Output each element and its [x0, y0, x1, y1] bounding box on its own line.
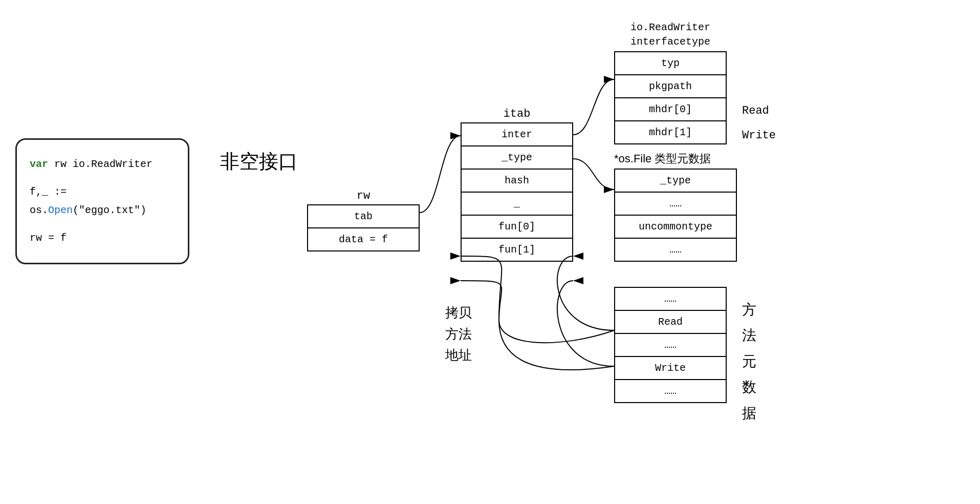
- ioreader-row-mhdr0: mhdr[0]: [615, 98, 726, 121]
- itab-label: itab: [461, 108, 573, 120]
- ioreader-struct-box: typ pkgpath mhdr[0] mhdr[1]: [614, 51, 727, 144]
- ioreader-row-typ: typ: [615, 52, 726, 75]
- code-line2: f,_ := os.Open("eggo.txt"): [30, 183, 175, 220]
- itab-row-underscore: _: [462, 193, 572, 216]
- label-feikongjiekou: 非空接口: [220, 149, 298, 175]
- itab-row-fun1: fun[1]: [462, 239, 572, 261]
- osfile-row-dots1: ……: [615, 193, 736, 216]
- code-func-open: Open: [48, 204, 73, 216]
- method-box-container: …… Read …… Write ……: [614, 287, 727, 403]
- osfile-row-type: _type: [615, 170, 736, 193]
- write-label: Write: [742, 123, 776, 148]
- osfile-row-uncommon: uncommontype: [615, 216, 736, 239]
- method-row-write: Write: [615, 357, 726, 380]
- code-line1-rest: rw io.ReadWriter: [48, 158, 153, 170]
- rw-label: rw: [307, 190, 420, 202]
- ioreader-row-pkgpath: pkgpath: [615, 75, 726, 98]
- rw-row-data: data = f: [308, 228, 419, 250]
- method-row-dots1: ……: [615, 288, 726, 311]
- rw-box-container: rw tab data = f: [307, 190, 420, 251]
- code-keyword-var: var: [30, 158, 48, 170]
- label-fangfa-meta: 方法元数据: [742, 297, 756, 426]
- itab-row-hash: hash: [462, 170, 572, 193]
- method-row-dots2: ……: [615, 334, 726, 357]
- ioreader-label: io.ReadWriter interfacetype: [614, 20, 727, 49]
- itab-row-type: _type: [462, 146, 572, 170]
- osfile-label: *os.File 类型元数据: [614, 151, 737, 166]
- code-box: var rw io.ReadWriter f,_ := os.Open("egg…: [15, 138, 189, 264]
- diagram-container: var rw io.ReadWriter f,_ := os.Open("egg…: [0, 0, 980, 504]
- code-line1: var rw io.ReadWriter: [30, 155, 175, 174]
- rw-struct-box: tab data = f: [307, 204, 420, 251]
- code-line3: rw = f: [30, 229, 175, 247]
- itab-struct-box: inter _type hash _ fun[0] fun[1]: [461, 122, 573, 262]
- method-struct-box: …… Read …… Write ……: [614, 287, 727, 403]
- osfile-struct-box: _type …… uncommontype ……: [614, 169, 737, 262]
- rw-row-tab: tab: [308, 205, 419, 228]
- itab-box-container: itab inter _type hash _ fun[0] fun[1]: [461, 108, 573, 262]
- read-label: Read: [742, 99, 776, 123]
- osfile-row-dots2: ……: [615, 239, 736, 261]
- code-line2-suffix: ("eggo.txt"): [73, 204, 146, 216]
- ioreader-row-mhdr1: mhdr[1]: [615, 121, 726, 143]
- itab-row-inter: inter: [462, 123, 572, 146]
- method-row-read: Read: [615, 311, 726, 334]
- read-write-labels: Read Write: [742, 99, 776, 149]
- itab-row-fun0: fun[0]: [462, 216, 572, 239]
- method-row-dots3: ……: [615, 380, 726, 402]
- osfile-box-container: *os.File 类型元数据 _type …… uncommontype ……: [614, 151, 737, 262]
- ioreader-box-container: io.ReadWriter interfacetype typ pkgpath …: [614, 20, 727, 144]
- label-kaobei: 拷贝方法地址: [445, 302, 472, 366]
